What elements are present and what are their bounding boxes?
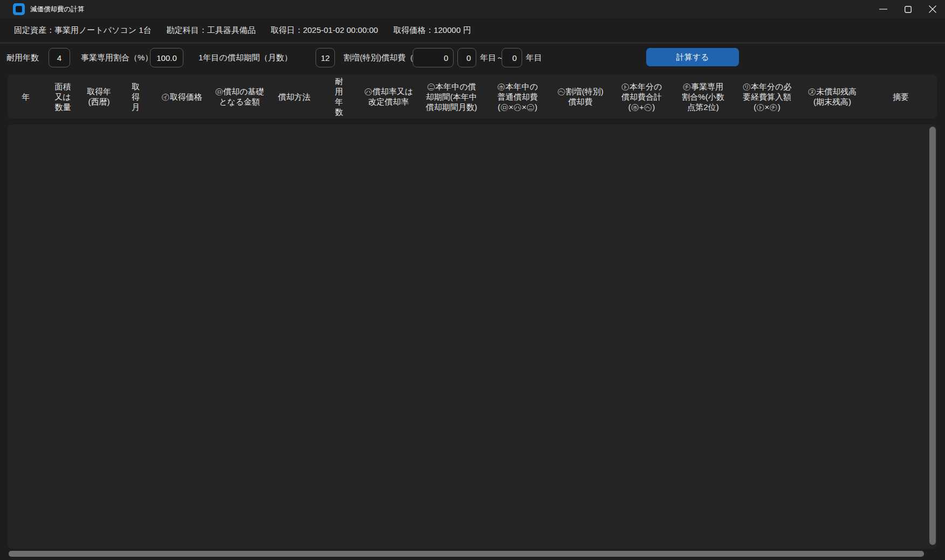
column-header-acquisition-price: ㋑取得価格 — [155, 74, 209, 119]
column-header-total-depreciation: ㋣本年分の 償却費合計 (㋭+㋬) — [611, 74, 672, 119]
special-amount-input[interactable] — [413, 48, 454, 67]
business-ratio-label: 事業専用割合（%） — [81, 47, 153, 68]
app-window: 減価償却費の計算 固定資産：事業用ノートパソコン 1台 勘定科目：工具器具備品 — [0, 0, 945, 560]
column-header-depreciation-rate: ㋩償却率又は 改定償却率 — [360, 74, 417, 119]
acquisition-date-text: 取得日：2025-01-02 00:00:00 — [271, 25, 378, 36]
section-divider — [0, 42, 945, 44]
column-header-ordinary-depreciation: ㋭本年中の 普通償却費 (㋺×㋩×㋥) — [485, 74, 550, 119]
close-icon — [929, 5, 936, 13]
table-header: 年 面積 又は 数量 取得年 (西暦) 取 得 月 ㋑取得価格 ㋺償却の基礎 と… — [8, 74, 937, 119]
column-header-remaining-balance: ㋦未償却残高 (期末残高) — [800, 74, 865, 119]
window-controls — [871, 0, 945, 18]
column-header-business-ratio: ㋠事業専用 割合%(小数 点第2位) — [672, 74, 734, 119]
horizontal-scrollbar[interactable] — [9, 551, 924, 557]
column-header-area-quantity: 面積 又は 数量 — [44, 74, 81, 119]
column-header-acquisition-month: 取 得 月 — [117, 74, 155, 119]
close-button[interactable] — [920, 0, 945, 18]
column-header-period-months: ㋥本年中の償 却期間(本年中 償却期間月数) — [417, 74, 485, 119]
column-header-depreciation-base: ㋺償却の基礎 となる金額 — [209, 74, 270, 119]
column-header-remarks: 摘要 — [865, 74, 937, 119]
app-icon — [13, 3, 25, 15]
app-icon-inner — [16, 6, 22, 12]
calculate-button[interactable]: 計算する — [646, 48, 739, 66]
column-header-depreciation-method: 償却方法 — [270, 74, 318, 119]
special-to-year-input[interactable] — [502, 48, 522, 67]
special-from-year-input[interactable] — [457, 48, 476, 67]
account-title-text: 勘定科目：工具器具備品 — [167, 25, 256, 36]
column-header-expense-inclusion: ㋷本年分の必 要経費算入額 (㋣×㋠) — [734, 74, 800, 119]
minimize-button[interactable] — [871, 0, 895, 18]
titlebar[interactable]: 減価償却費の計算 — [0, 0, 945, 18]
parameter-toolbar: 耐用年数 事業専用割合（%） 1年目の償却期間（月数） 割増(特別)償却費（円）… — [0, 47, 945, 69]
window-title: 減価償却費の計算 — [30, 5, 84, 14]
special-to-suffix: 年目 — [526, 47, 542, 68]
column-header-year: 年 — [8, 74, 44, 119]
acquisition-price-text: 取得価格：120000 円 — [393, 25, 471, 36]
column-header-useful-life: 耐 用 年 数 — [318, 74, 360, 119]
first-year-period-label: 1年目の償却期間（月数） — [198, 47, 292, 68]
useful-life-label: 耐用年数 — [6, 47, 39, 68]
business-ratio-input[interactable] — [150, 48, 183, 67]
asset-info-bar: 固定資産：事業用ノートパソコン 1台 勘定科目：工具器具備品 取得日：2025-… — [0, 18, 945, 42]
column-header-acquisition-year: 取得年 (西暦) — [81, 74, 117, 119]
special-from-suffix: 年目～ — [480, 47, 504, 68]
vertical-scrollbar[interactable] — [929, 127, 936, 545]
maximize-button[interactable] — [895, 0, 920, 18]
column-header-special-depreciation: ㋬割増(特別) 償却費 — [550, 74, 611, 119]
table-body — [8, 125, 937, 549]
maximize-icon — [905, 6, 912, 13]
useful-life-input[interactable] — [49, 48, 70, 67]
first-year-period-input[interactable] — [316, 48, 335, 67]
fixed-asset-text: 固定資産：事業用ノートパソコン 1台 — [14, 25, 152, 36]
minimize-icon — [879, 9, 887, 10]
